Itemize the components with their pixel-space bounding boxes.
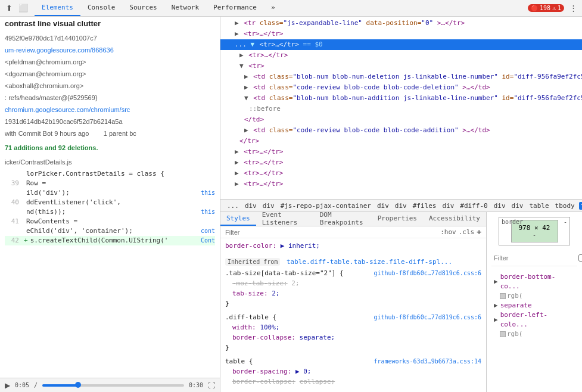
devtools-tab-list: Elements Console Sources Network Perform…	[35, 0, 528, 16]
computed-prop: ▶ border-left-colo...	[494, 310, 575, 329]
styles-left: Styles Event Listeners DOM Breakpoints P…	[220, 212, 487, 392]
dom-line-selected: ... ▼ <tr>…</tr> == $0	[220, 39, 582, 50]
code-line: 40 ddEventListener('click',	[5, 198, 215, 207]
author1: <pfeldman@chromium.org>	[5, 57, 215, 67]
color-swatch	[500, 293, 506, 299]
inherited-from-label: Inherited from table.diff-table.tab-size…	[225, 257, 481, 267]
breadcrumb-item-div3[interactable]: div	[375, 202, 391, 210]
styles-filter-input[interactable]	[225, 229, 438, 236]
commit-url[interactable]: um-review.googlesource.com/868636	[5, 45, 215, 55]
dom-line: ▶ <tr>…</tr>	[220, 168, 582, 179]
more-options-button[interactable]: ⋮	[567, 2, 580, 15]
code-line: lorPicker.ContrastDetails = class {	[5, 169, 215, 179]
media-progress-bar[interactable]	[42, 384, 184, 387]
devtools-bar-right: 🔴 198 ⚠ 1 ⋮	[528, 2, 580, 15]
expand-arrow[interactable]: ▶	[235, 19, 239, 27]
media-total-time: 0:30	[189, 382, 203, 388]
breadcrumb-item-files[interactable]: #files	[411, 202, 438, 210]
css-source-link3[interactable]: frameworks-63d3…9b6673a.css:14	[374, 356, 481, 366]
filter-cls[interactable]: .cls	[459, 228, 475, 236]
breadcrumb-item-div6[interactable]: div	[492, 202, 508, 210]
code-line: 41 RowContents =	[5, 217, 215, 226]
breadcrumb-item-tbody[interactable]: tbody	[553, 202, 577, 210]
tree-hash: 1931d614db42b190cac6f52d7b6214a5a	[5, 117, 215, 126]
dom-line: ▶ <td class="blob-num blob-num-deletion …	[220, 71, 582, 82]
dom-line: ▶ <td class="code-review blob-code blob-…	[220, 82, 582, 93]
dom-line: ▶ <tr>…</tr>	[220, 157, 582, 168]
commit-title: contrast line visual clutter	[5, 19, 215, 29]
tab-network[interactable]: Network	[164, 0, 206, 16]
tab-sources[interactable]: Sources	[122, 0, 164, 16]
box-dash: -	[519, 232, 550, 238]
dom-line: </tr>	[220, 136, 582, 147]
breadcrumb-item-div4[interactable]: div	[393, 202, 409, 210]
tab-console[interactable]: Console	[80, 0, 122, 16]
file-path: icker/ContrastDetails.js	[5, 157, 215, 167]
box-model-container: border - 978 × 42 -	[491, 217, 577, 245]
media-current-time: 0:05	[15, 382, 29, 388]
tab-elements[interactable]: Elements	[35, 0, 80, 16]
breadcrumb-item-div5[interactable]: div	[440, 202, 456, 210]
tab-styles[interactable]: Styles	[220, 212, 256, 226]
breadcrumb-item-div1[interactable]: div	[243, 202, 259, 210]
breadcrumb-item-table[interactable]: table	[527, 202, 550, 210]
media-bar: ▶ 0:05 / 0:30 ⛶	[0, 378, 220, 392]
code-line: ild('div');this	[5, 188, 215, 198]
show-all-checkbox[interactable]	[578, 254, 582, 262]
breadcrumb-item-div2[interactable]: div	[261, 202, 276, 210]
dom-before-pseudo: ::before	[220, 104, 582, 114]
commit-stats: 71 additions and 92 deletions.	[5, 143, 215, 153]
box-model: border - 978 × 42 -	[499, 217, 570, 245]
computed-prop: ▶ border-bottom-co...	[494, 272, 575, 291]
dom-line: ▶ <tr>…</tr>	[220, 147, 582, 157]
breadcrumb-item-div7[interactable]: div	[510, 202, 525, 210]
dom-line: ▼ <tr>	[220, 61, 582, 71]
code-line: eChild('div', 'container');cont	[5, 226, 215, 236]
dom-line: ▶ <tr>…</tr>	[220, 50, 582, 61]
tab-dom-breakpoints[interactable]: DOM Breakpoints	[314, 212, 372, 226]
filter-hov[interactable]: :hov	[440, 228, 456, 236]
css-source-link[interactable]: github-f8fdb60c…77d819c6.css:6	[374, 268, 481, 278]
computed-filter-input[interactable]	[494, 254, 576, 262]
computed-props-list: ▶ border-bottom-co... rgb( ▶ separate ▶ …	[491, 271, 577, 387]
error-badge: 🔴 198 ⚠ 1	[528, 4, 564, 12]
author2: <dgozman@chromium.org>	[5, 69, 215, 79]
css-rule-border-color: border-color: ▶ inherit;	[225, 241, 481, 251]
breadcrumb-item-tr[interactable]: tr	[579, 202, 582, 210]
computed-prop-val: rgb(	[494, 291, 575, 301]
cursor-icon[interactable]: ⬆	[2, 2, 15, 15]
media-sep: /	[34, 382, 38, 388]
dom-tree: ▶ <tr class="js-expandable-line" data-po…	[220, 17, 582, 199]
tab-accessibility[interactable]: Accessibility	[423, 212, 486, 226]
breadcrumb-item-pjax[interactable]: #js-repo-pjax-container	[279, 202, 373, 210]
repo-url[interactable]: chromium.googlesource.com/chromium/src	[5, 105, 215, 114]
breadcrumb-item-diff0[interactable]: #diff-0	[458, 202, 489, 210]
css-source-link2[interactable]: github-f8fdb60c…77d819c6.css:6	[374, 312, 481, 322]
inherited-selector[interactable]: table.diff-table.tab-size.file-diff-spl.…	[287, 258, 452, 266]
styles-content: border-color: ▶ inherit; Inherited from …	[220, 238, 486, 392]
devtools-icon-group: ⬆ ⬜	[2, 2, 30, 15]
dom-line: ▼ <td class="blob-num blob-num-addition …	[220, 93, 582, 104]
tab-performance[interactable]: Performance	[206, 0, 264, 16]
color-swatch2	[500, 331, 506, 337]
styles-panel: Styles Event Listeners DOM Breakpoints P…	[220, 212, 582, 392]
fullscreen-button[interactable]: ⛶	[208, 381, 215, 390]
css-rule-table: table { frameworks-63d3…9b6673a.css:14 b…	[225, 356, 481, 387]
right-panel: ▶ <tr class="js-expandable-line" data-po…	[220, 17, 582, 392]
dom-line: </td>	[220, 114, 582, 125]
tab-more[interactable]: »	[264, 0, 282, 16]
tab-event-listeners[interactable]: Event Listeners	[256, 212, 314, 226]
code-line: 39 Row =	[5, 179, 215, 188]
media-progress-thumb[interactable]	[75, 382, 81, 388]
tab-properties[interactable]: Properties	[372, 212, 423, 226]
inspect-icon[interactable]: ⬜	[17, 2, 30, 15]
commit-hash: 4952f0e9780dc17d14401007c7	[5, 33, 215, 43]
breadcrumb-item[interactable]: ...	[225, 202, 241, 210]
commit-refs: : refs/heads/master@{#529569}	[5, 93, 215, 102]
code-line: nd(this));this	[5, 207, 215, 217]
play-button[interactable]: ▶	[5, 381, 10, 390]
committer-info: with Commit Bot 9 hours ago 1 parent bc	[5, 129, 215, 138]
styles-tabs: Styles Event Listeners DOM Breakpoints P…	[220, 212, 486, 226]
add-style-rule-button[interactable]: +	[477, 228, 481, 237]
main-area: contrast line visual clutter 4952f0e9780…	[0, 17, 582, 392]
